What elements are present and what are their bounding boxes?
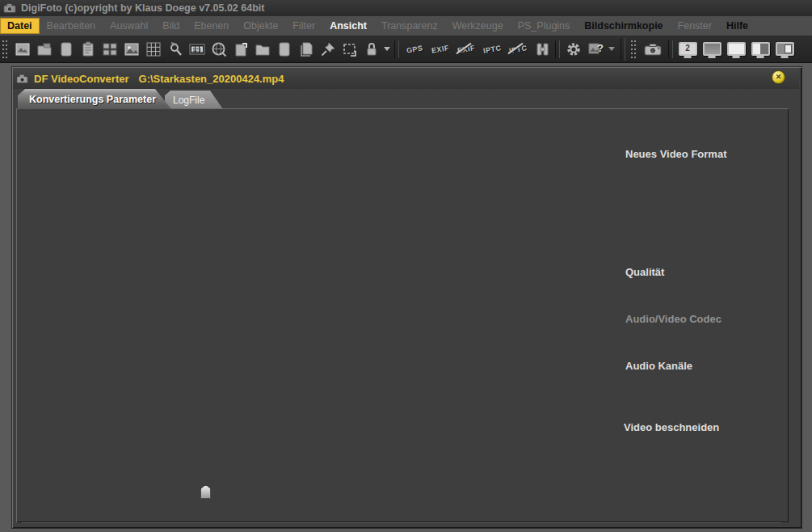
toolbar-window-split: [621, 38, 625, 61]
app-titlebar: DigiFoto (c)opyright by Klaus Doege v7.0…: [0, 0, 812, 17]
gps-icon[interactable]: GPS: [402, 39, 427, 60]
open-image-icon[interactable]: [33, 39, 55, 60]
new-page-icon[interactable]: [55, 39, 77, 60]
help-icon[interactable]: ?: [584, 39, 606, 60]
app-camera-icon: [3, 2, 16, 14]
iptc-off-icon[interactable]: IPTC: [505, 39, 531, 60]
paste-icon[interactable]: [77, 39, 99, 60]
join-pages-icon[interactable]: [531, 39, 553, 60]
settings-gear-icon[interactable]: [562, 39, 584, 60]
window-close-button[interactable]: ✕: [772, 70, 785, 84]
format-group-title: Neues Video Format: [621, 148, 731, 160]
copy-page-icon[interactable]: [295, 39, 317, 60]
menu-bar: Datei Bearbeiten Auswahl Bild Ebenen Obj…: [0, 16, 812, 36]
toolbar-separator: [668, 40, 673, 58]
menu-ebenen: Ebenen: [187, 18, 236, 34]
iptc-icon[interactable]: IPTC: [479, 39, 505, 60]
trim-group-title: Video beschneiden: [619, 421, 724, 433]
filmstrip-icon[interactable]: 123: [186, 39, 208, 60]
digifoto-app: DigiFoto (c)opyright by Klaus Doege v7.0…: [0, 0, 812, 532]
menu-transparenz: Transparenz: [374, 18, 445, 34]
menu-ansicht[interactable]: Ansicht: [322, 18, 374, 34]
blank-page-icon[interactable]: [273, 39, 295, 60]
monitor-split-icon[interactable]: [748, 39, 772, 60]
pushpin-icon[interactable]: [317, 39, 339, 60]
menu-werkzeuge: Werkzeuge: [445, 18, 511, 34]
slide-viewer-icon[interactable]: [164, 39, 186, 60]
exif-icon[interactable]: EXIF: [427, 39, 453, 60]
exif-off-icon[interactable]: EXIF: [453, 39, 479, 60]
monitor-preview-icon[interactable]: [772, 39, 797, 60]
audio-group-title: Audio Kanäle: [621, 360, 697, 372]
menu-bild: Bild: [155, 18, 187, 34]
menu-fenster: Fenster: [671, 18, 719, 34]
toolbar-group-main: 123 GPS EXIF EXIF IPTC IPTC ?: [0, 36, 617, 62]
toolbar-group-screen: 2: [629, 36, 797, 62]
photo-icon[interactable]: [120, 39, 142, 60]
folder-icon[interactable]: [251, 39, 273, 60]
menu-objekte: Objekte: [236, 18, 285, 34]
toolbar: 123 GPS EXIF EXIF IPTC IPTC ?: [0, 35, 812, 63]
codec-group-title: Audio/Video Codec: [621, 313, 726, 325]
menu-ps-plugins: PS_Plugins: [511, 18, 578, 34]
window-file-path: G:\Starkasten_20200424.mp4: [139, 73, 284, 85]
toolbar-separator: [394, 40, 399, 58]
menu-datei[interactable]: Datei: [0, 18, 40, 34]
web-export-icon[interactable]: [208, 39, 229, 60]
menu-filter: Filter: [285, 18, 322, 34]
monitor-fullscreen-icon[interactable]: [724, 39, 748, 60]
menu-bearbeiten: Bearbeiten: [40, 18, 103, 34]
toolbar-grip[interactable]: [2, 40, 9, 58]
menu-bildschirmkopie[interactable]: Bildschirmkopie: [577, 18, 670, 34]
toolbar-overflow-icon[interactable]: [606, 39, 617, 60]
quality-group-title: Qualität: [621, 266, 669, 278]
lock-dropdown-icon[interactable]: [382, 39, 392, 60]
app-title: DigiFoto (c)opyright by Klaus Doege v7.0…: [21, 2, 264, 14]
image-frame-icon[interactable]: [11, 39, 33, 60]
thumbnail-browser-icon[interactable]: [99, 39, 120, 60]
monitor-2-icon[interactable]: 2: [675, 39, 700, 60]
transform-icon[interactable]: [339, 39, 360, 60]
svg-text:123: 123: [192, 46, 201, 52]
toolbar-separator: [555, 40, 560, 58]
tab-konvertierungs-parameter[interactable]: Konvertierungs Parameter: [18, 89, 171, 109]
window-camera-icon: [16, 74, 28, 84]
screenshot-camera-icon[interactable]: [640, 39, 666, 60]
window-title: DF VideoConverter: [34, 73, 129, 85]
menu-hilfe[interactable]: Hilfe: [719, 18, 755, 34]
toolbar-grip[interactable]: [631, 40, 637, 58]
menu-auswahl: Auswahl: [103, 18, 155, 34]
lock-icon[interactable]: [360, 39, 382, 60]
contact-sheet-icon[interactable]: [142, 39, 164, 60]
page-export-icon[interactable]: [229, 39, 251, 60]
monitor-icon[interactable]: [700, 39, 724, 60]
videoconverter-titlebar[interactable]: DF VideoConverter G:\Starkasten_20200424…: [13, 68, 799, 89]
